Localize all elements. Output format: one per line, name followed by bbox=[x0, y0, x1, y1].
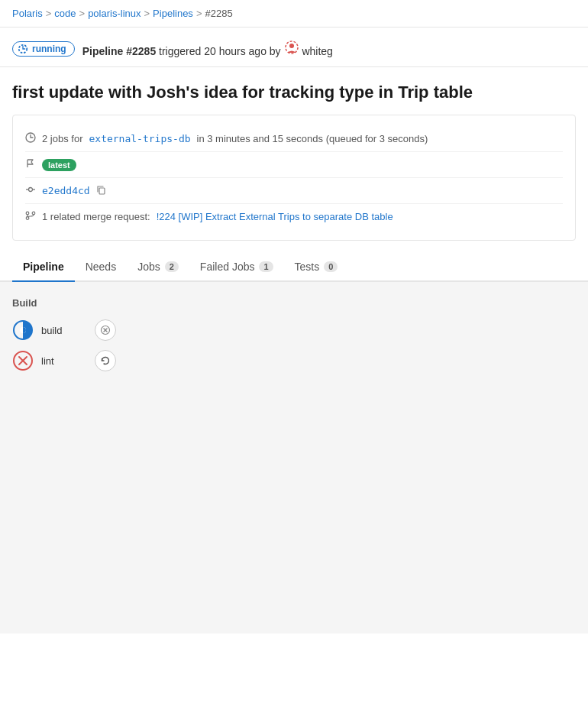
tab-failed-jobs-count: 1 bbox=[259, 261, 273, 272]
clock-icon bbox=[25, 132, 36, 145]
svg-rect-7 bbox=[99, 188, 105, 194]
info-row-tag: latest bbox=[25, 152, 563, 178]
breadcrumb-pipelines[interactable]: Pipelines bbox=[153, 8, 193, 19]
branch-link[interactable]: external-trips-db bbox=[89, 133, 190, 144]
breadcrumb-polaris[interactable]: Polaris bbox=[12, 8, 43, 19]
tab-jobs-label: Jobs bbox=[137, 261, 160, 273]
svg-point-9 bbox=[26, 217, 29, 220]
pipeline-status-badge: running bbox=[12, 41, 75, 57]
breadcrumb-code[interactable]: code bbox=[54, 8, 76, 19]
tab-tests-label: Tests bbox=[295, 261, 320, 273]
user-avatar-icon bbox=[284, 40, 299, 55]
pipeline-header: running Pipeline #2285 triggered 20 hour… bbox=[0, 32, 588, 67]
flag-icon bbox=[25, 158, 36, 171]
svg-point-8 bbox=[26, 212, 29, 215]
merge-icon bbox=[25, 210, 36, 223]
info-row-commit: e2edd4cd bbox=[25, 178, 563, 204]
breadcrumb-sep-1: > bbox=[46, 8, 52, 19]
job-build-status-icon bbox=[12, 319, 34, 341]
commit-icon bbox=[25, 184, 36, 197]
info-box: 2 jobs for external-trips-db in 3 minute… bbox=[12, 115, 576, 241]
latest-badge: latest bbox=[42, 159, 76, 171]
job-lint-retry-btn[interactable] bbox=[95, 350, 116, 371]
running-spinner-icon bbox=[18, 44, 28, 54]
copy-icon[interactable] bbox=[96, 185, 106, 197]
timing-text: 2 jobs for bbox=[42, 133, 82, 144]
pipeline-content: Build build bbox=[0, 282, 588, 633]
tabs-bar: Pipeline Needs Jobs 2 Failed Jobs 1 Test… bbox=[0, 253, 588, 282]
info-row-timing: 2 jobs for external-trips-db in 3 minute… bbox=[25, 126, 563, 152]
breadcrumb-sep-4: > bbox=[196, 8, 202, 19]
tab-pipeline-label: Pipeline bbox=[23, 261, 64, 273]
tab-tests[interactable]: Tests 0 bbox=[284, 253, 349, 282]
breadcrumb-current: #2285 bbox=[205, 8, 232, 19]
info-row-merge: 1 related merge request: !224 [WIP] Extr… bbox=[25, 204, 563, 229]
pipeline-number: Pipeline #2285 bbox=[82, 45, 157, 57]
job-item-build: build bbox=[12, 319, 576, 341]
stage-build-label: Build bbox=[12, 297, 576, 309]
tab-failed-jobs[interactable]: Failed Jobs 1 bbox=[189, 253, 284, 282]
svg-point-4 bbox=[29, 188, 33, 192]
tab-jobs-count: 2 bbox=[165, 261, 179, 272]
job-lint-status-icon bbox=[12, 350, 34, 371]
tab-needs-label: Needs bbox=[86, 261, 116, 273]
timing-suffix: in 3 minutes and 15 seconds (queued for … bbox=[197, 133, 428, 144]
breadcrumb-sep-3: > bbox=[144, 8, 150, 19]
tab-needs[interactable]: Needs bbox=[75, 253, 127, 282]
breadcrumb: Polaris > code > polaris-linux > Pipelin… bbox=[0, 0, 588, 27]
tab-tests-count: 0 bbox=[324, 261, 338, 272]
svg-point-2 bbox=[289, 44, 294, 48]
tab-failed-jobs-label: Failed Jobs bbox=[200, 261, 255, 273]
job-item-lint: lint bbox=[12, 350, 576, 371]
job-lint-name: lint bbox=[41, 355, 87, 367]
pipeline-triggered-by: whiteg bbox=[302, 45, 332, 57]
svg-point-10 bbox=[32, 212, 35, 215]
job-build-name: build bbox=[41, 325, 87, 336]
tab-pipeline[interactable]: Pipeline bbox=[12, 253, 75, 282]
merge-request-link[interactable]: !224 [WIP] Extract External Trips to sep… bbox=[157, 211, 393, 222]
merge-text: 1 related merge request: bbox=[42, 211, 150, 222]
pipeline-trigger-text: triggered 20 hours ago by bbox=[159, 45, 283, 57]
page-title: first update with Josh's idea for tracki… bbox=[0, 67, 588, 115]
job-build-cancel-btn[interactable] bbox=[95, 319, 116, 341]
pipeline-header-text: Pipeline #2285 triggered 20 hours ago by… bbox=[82, 40, 333, 57]
breadcrumb-sep-2: > bbox=[79, 8, 86, 19]
commit-hash-link[interactable]: e2edd4cd bbox=[42, 185, 90, 196]
breadcrumb-polaris-linux[interactable]: polaris-linux bbox=[88, 8, 141, 19]
pipeline-status-label: running bbox=[32, 44, 66, 54]
tab-jobs[interactable]: Jobs 2 bbox=[127, 253, 189, 282]
